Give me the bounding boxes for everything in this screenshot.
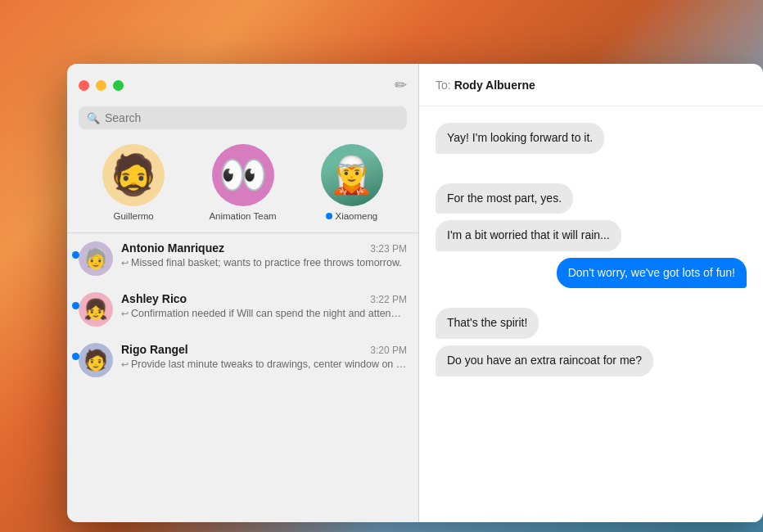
chat-to-label: To: bbox=[436, 79, 451, 92]
message-content-antonio: Antonio Manriquez 3:23 PM ↩ Missed final… bbox=[121, 241, 407, 268]
pinned-contact-guillermo[interactable]: 🧔 Guillermo bbox=[102, 144, 165, 221]
sender-antonio: Antonio Manriquez bbox=[121, 241, 224, 255]
chat-recipient: Rody Albuerne bbox=[454, 79, 535, 92]
online-indicator-xiaomeng bbox=[326, 213, 332, 219]
time-antonio: 3:23 PM bbox=[370, 243, 407, 255]
avatar-xiaomeng: 🧝 bbox=[321, 144, 383, 206]
search-bar[interactable]: 🔍 bbox=[79, 106, 407, 129]
pinned-contacts: 🧔 Guillermo 👀 Animation Team 🧝 Xiaomeng bbox=[67, 138, 418, 233]
sender-ashley: Ashley Rico bbox=[121, 292, 187, 305]
search-icon: 🔍 bbox=[87, 112, 100, 124]
reply-icon-rigo: ↩ bbox=[121, 359, 129, 370]
chat-bubble-6: Do you have an extra raincoat for me? bbox=[436, 345, 653, 376]
pinned-contact-xiaomeng[interactable]: 🧝 Xiaomeng bbox=[321, 144, 383, 221]
message-content-rigo: Rigo Rangel 3:20 PM ↩ Provide last minut… bbox=[121, 343, 407, 370]
chat-bubble-2: For the most part, yes. bbox=[436, 183, 573, 214]
avatar-ashley: 👧 bbox=[79, 292, 113, 327]
avatar-antonio: 🧓 bbox=[79, 241, 113, 276]
search-input[interactable] bbox=[105, 111, 399, 124]
reply-icon-antonio: ↩ bbox=[121, 258, 129, 268]
minimize-button[interactable] bbox=[96, 80, 106, 91]
traffic-lights bbox=[79, 80, 124, 91]
contact-name-xiaomeng: Xiaomeng bbox=[326, 211, 377, 221]
message-item-rigo[interactable]: 🧑 Rigo Rangel 3:20 PM ↩ Provide last min… bbox=[67, 335, 418, 385]
sender-rigo: Rigo Rangel bbox=[121, 343, 188, 356]
chat-bubble-1: Yay! I'm looking forward to it. bbox=[436, 123, 604, 154]
close-button[interactable] bbox=[79, 80, 89, 91]
unread-indicator-ashley bbox=[72, 302, 79, 309]
chat-messages: Yay! I'm looking forward to it. For the … bbox=[419, 106, 763, 522]
message-item-ashley[interactable]: 👧 Ashley Rico 3:22 PM ↩ Confirmation nee… bbox=[67, 284, 418, 335]
pinned-contact-animation-team[interactable]: 👀 Animation Team bbox=[209, 144, 276, 221]
preview-antonio: ↩ Missed final basket; wants to practice… bbox=[121, 257, 407, 268]
contact-name-animation-team: Animation Team bbox=[209, 211, 276, 221]
compose-button[interactable]: ✏ bbox=[395, 76, 407, 94]
avatar-animation-team: 👀 bbox=[212, 144, 274, 206]
chat-bubble-5: That's the spirit! bbox=[436, 308, 539, 339]
preview-rigo: ↩ Provide last minute tweaks to drawings… bbox=[121, 358, 407, 370]
maximize-button[interactable] bbox=[113, 80, 124, 91]
unread-indicator-antonio bbox=[72, 251, 79, 259]
reply-icon-ashley: ↩ bbox=[121, 309, 129, 319]
time-rigo: 3:20 PM bbox=[370, 345, 407, 356]
contact-name-guillermo: Guillermo bbox=[114, 211, 154, 221]
chat-bubble-4: Don't worry, we've got lots of fun! bbox=[557, 258, 747, 289]
messages-window: ✏ 🔍 🧔 Guillermo 👀 Animation Team bbox=[67, 64, 763, 522]
message-list: 🧓 Antonio Manriquez 3:23 PM ↩ Missed fin… bbox=[67, 233, 418, 522]
chat-bubble-3: I'm a bit worried that it will rain... bbox=[436, 220, 621, 251]
sidebar: ✏ 🔍 🧔 Guillermo 👀 Animation Team bbox=[67, 64, 419, 522]
avatar-rigo: 🧑 bbox=[79, 343, 113, 377]
time-ashley: 3:22 PM bbox=[370, 294, 407, 305]
chat-panel: To: Rody Albuerne Yay! I'm looking forwa… bbox=[419, 64, 763, 522]
message-content-ashley: Ashley Rico 3:22 PM ↩ Confirmation neede… bbox=[121, 292, 407, 319]
titlebar: ✏ bbox=[67, 64, 418, 106]
unread-indicator-rigo bbox=[72, 353, 79, 360]
chat-header: To: Rody Albuerne bbox=[419, 64, 763, 106]
avatar-guillermo: 🧔 bbox=[102, 144, 165, 206]
preview-ashley: ↩ Confirmation needed if Will can spend … bbox=[121, 308, 407, 319]
message-item-antonio[interactable]: 🧓 Antonio Manriquez 3:23 PM ↩ Missed fin… bbox=[67, 233, 418, 284]
